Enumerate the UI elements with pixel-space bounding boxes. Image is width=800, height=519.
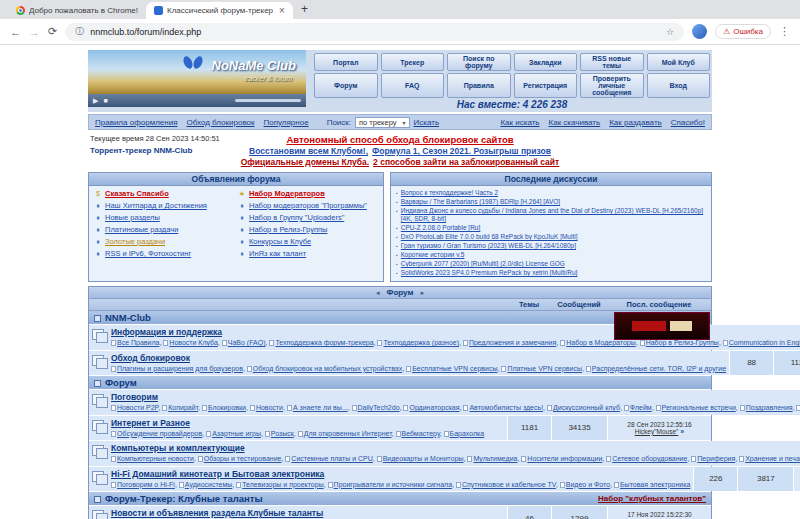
site-info-icon[interactable]: ⓘ: [75, 25, 84, 38]
announcement-item-link[interactable]: Платиновые раздачи: [105, 225, 178, 234]
announcement-item-link[interactable]: Набор Модераторов: [249, 189, 325, 198]
forum-title-link[interactable]: Обход блокировок: [111, 353, 190, 363]
discussion-link[interactable]: Гран туризмо / Gran Turismo (2023) WEB-D…: [401, 242, 576, 250]
ad-banner[interactable]: [614, 312, 710, 340]
forum-sublink[interactable]: Ординаторская: [403, 404, 463, 411]
forum-sublink[interactable]: Носители информации: [521, 455, 606, 462]
announcement-link[interactable]: Официальные домены Клуба.: [241, 157, 369, 167]
announcement-link[interactable]: 2 способов зайти на заблокированный сайт: [373, 157, 559, 167]
tab-forum[interactable]: Классический форум-трекер ×: [146, 2, 293, 19]
forum-sublink[interactable]: Предложения и замечания: [463, 339, 560, 346]
nav-button[interactable]: Трекер: [381, 53, 445, 71]
forum-sublink[interactable]: Техподдержка форум-трекера: [269, 339, 377, 346]
announcement-link[interactable]: Формула 1, Сезон 2021. Розыгрыш призов: [372, 146, 551, 156]
forum-sublink[interactable]: Видеокарты и Мониторы: [377, 455, 468, 462]
nav-button[interactable]: FAQ: [381, 73, 445, 98]
forum-sublink[interactable]: Видео и Фото: [560, 481, 614, 488]
forum-sublink[interactable]: Автомобилисты здесь!: [463, 404, 547, 411]
forum-sublink[interactable]: Обход блокировок на мобильных устройства…: [247, 365, 406, 372]
forum-title-link[interactable]: Новости и объявления раздела Клубные тал…: [111, 508, 323, 518]
discussion-link[interactable]: CPU-Z 2.08.0 Portable [Ru]: [401, 224, 480, 232]
forum-sublink[interactable]: Азартные игры: [206, 430, 265, 437]
forum-sublink[interactable]: Распределённые сети. TOR, I2P и другие: [586, 365, 726, 372]
forum-sublink[interactable]: Аудиосистемы: [179, 481, 236, 488]
announcement-item-link[interactable]: Набор в Группу "Uploaders": [249, 213, 344, 222]
search-button[interactable]: Искать: [414, 118, 440, 127]
forum-title-link[interactable]: Поговорим: [111, 392, 158, 402]
volume-slider[interactable]: [235, 99, 301, 102]
close-tab-icon[interactable]: ×: [279, 5, 285, 16]
announcement-link[interactable]: Автономный способ обхода блокировок сайт…: [286, 134, 513, 145]
nav-button[interactable]: Проверить личные сообщения: [580, 73, 644, 98]
announcement-item-link[interactable]: Набор в Релиз-Группы: [249, 225, 327, 234]
subnav-link[interactable]: Популярное: [264, 118, 309, 127]
forum-sublink[interactable]: ЧаВо (FAQ): [222, 339, 270, 346]
forum-sublink[interactable]: Барахолка: [444, 430, 485, 437]
new-tab-button[interactable]: +: [301, 2, 308, 16]
nav-button[interactable]: Мой Клуб: [647, 53, 711, 71]
forum-sublink[interactable]: Сетевое оборудование: [606, 455, 691, 462]
goto-last-post-icon[interactable]: »: [680, 428, 684, 435]
announcement-item-link[interactable]: Набор модераторов "Программы": [249, 201, 367, 210]
forum-sublink[interactable]: Для откровенных Интернет: [298, 430, 396, 437]
section-title-link[interactable]: Форум: [105, 377, 137, 388]
back-icon[interactable]: ←: [10, 26, 21, 38]
forum-sublink[interactable]: Проигрыватели и источники сигнала: [328, 481, 456, 488]
forum-title-link[interactable]: Интернет и Разное: [111, 418, 190, 428]
discussion-link[interactable]: Cyberpunk 2077 (2020) [Ru/Multi] (2.0/dl…: [401, 260, 565, 268]
nav-button[interactable]: Закладки: [514, 53, 578, 71]
forum-sublink[interactable]: Розыск: [265, 430, 298, 437]
forum-sublink[interactable]: Компьютерные новости: [111, 455, 198, 462]
forum-sublink[interactable]: Новости P2P: [111, 404, 162, 411]
forum-sublink[interactable]: Мультимедиа: [467, 455, 521, 462]
forum-title-link[interactable]: Hi-Fi Домашний кинотеатр и Бытовая элект…: [111, 469, 324, 479]
nav-button[interactable]: Вход: [647, 73, 711, 98]
forum-sublink[interactable]: Техподдержка (разное): [377, 339, 462, 346]
forum-title-link[interactable]: Информация и поддержка: [111, 327, 222, 337]
subnav-link[interactable]: Обход блокировок: [186, 118, 254, 127]
forum-sublink[interactable]: Региональные встречи: [656, 404, 740, 411]
play-icon[interactable]: ▶: [93, 97, 98, 105]
collapse-icon[interactable]: [94, 380, 101, 387]
forum-sublink[interactable]: Юмор: [796, 404, 800, 411]
forum-sublink[interactable]: А знаете ли вы...: [287, 404, 352, 411]
subnav-link[interactable]: Как скачивать: [549, 118, 601, 127]
error-button[interactable]: ⚠Ошибка: [715, 24, 771, 39]
forum-sublink[interactable]: Поздравления: [740, 404, 797, 411]
forum-sublink[interactable]: Системные платы и CPU: [285, 455, 376, 462]
forum-sublink[interactable]: Копирайт: [162, 404, 202, 411]
forum-sublink[interactable]: Обзоры и тестирование: [198, 455, 286, 462]
arrow-right-icon[interactable]: ►: [419, 290, 425, 296]
forum-sublink[interactable]: Флейм: [624, 404, 656, 411]
discussion-link[interactable]: Вопрос к техподдержке! Часть 2: [401, 189, 498, 197]
forum-sublink[interactable]: Периферия: [691, 455, 739, 462]
collapse-icon[interactable]: [94, 315, 101, 322]
forum-sublink[interactable]: Все Правила: [111, 339, 163, 346]
forum-sublink[interactable]: Бытовая электроника: [614, 481, 690, 488]
section-note-link[interactable]: Набор "клубных талантов": [598, 494, 706, 503]
forum-sublink[interactable]: Плагины и расширения для браузеров: [111, 365, 247, 372]
nav-button[interactable]: Форум: [314, 73, 378, 98]
forum-sublink[interactable]: Телевизоры и проекторы: [236, 481, 327, 488]
tab-welcome[interactable]: Добро пожаловать в Chrome!: [8, 2, 146, 19]
reload-icon[interactable]: ⟳: [48, 25, 57, 38]
forum-sublink[interactable]: Новости Клуба: [163, 339, 221, 346]
site-logo[interactable]: NoNaMe Club tracker & forum: [88, 50, 306, 94]
discussion-link[interactable]: DxO PhotoLab Elite 7.0.0 build 68 RePack…: [401, 233, 578, 241]
forum-sublink[interactable]: DailyTech2do: [352, 404, 404, 411]
bookmark-star-icon[interactable]: ☆: [666, 27, 674, 37]
forum-sublink[interactable]: Новости: [250, 404, 287, 411]
forum-sublink[interactable]: Бесплатные VPN сервисы: [406, 365, 501, 372]
subnav-link[interactable]: Спасибо!: [671, 118, 705, 127]
collapse-icon[interactable]: [94, 496, 101, 503]
arrow-left-icon[interactable]: ◄: [375, 290, 381, 296]
last-post-user[interactable]: Hickey"Mouse": [635, 428, 679, 435]
browser-menu-icon[interactable]: ⋮: [779, 25, 790, 38]
forum-sublink[interactable]: Дискуссионный клуб: [547, 404, 624, 411]
nav-button[interactable]: RSS новые темы: [580, 53, 644, 71]
announcement-item-link[interactable]: Новые разделы: [105, 213, 160, 222]
forum-sublink[interactable]: Communication in English (any questions): [723, 339, 800, 346]
nav-button[interactable]: Портал: [314, 53, 378, 71]
search-scope-select[interactable]: по трекеру▾: [355, 117, 409, 128]
announcement-item-link[interactable]: Сказать Спасибо: [105, 189, 169, 198]
